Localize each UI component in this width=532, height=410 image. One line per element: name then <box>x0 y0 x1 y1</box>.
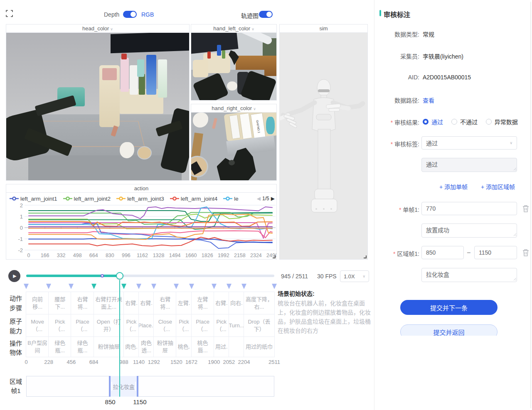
timeline-marker[interactable] <box>91 284 96 289</box>
timeline-marker[interactable] <box>136 284 141 289</box>
atomic-ability-cell[interactable]: Drop（丢下） <box>244 314 275 337</box>
region-end-input[interactable] <box>474 246 517 259</box>
timeline-marker[interactable] <box>212 284 217 289</box>
action-step-cell[interactable]: 左臂将... <box>191 292 214 314</box>
operated-object-cell[interactable]: 肉色. <box>123 336 139 357</box>
legend-item[interactable]: left_arm_joint1 <box>10 196 57 202</box>
action-step-cell[interactable]: 右臂将... <box>71 292 94 314</box>
head-color-header[interactable]: head_color∨ <box>6 25 189 33</box>
review-tag-select[interactable]: 通过∨ <box>421 136 517 150</box>
atomic-ability-cell[interactable]: Pick（... <box>123 314 139 337</box>
x-axis-tick-label: 1660 <box>185 253 197 258</box>
atomic-ability-cell[interactable]: Place（... <box>71 314 94 337</box>
radio-fail-label: 不通过 <box>460 118 478 126</box>
sim-viewport[interactable] <box>280 33 367 259</box>
trash-icon[interactable] <box>522 205 529 212</box>
timeline-marker[interactable] <box>174 284 179 289</box>
range-dash: – <box>467 249 470 255</box>
atomic-ability-cell[interactable]: Pick（... <box>176 314 192 337</box>
atomic-ability-cell[interactable]: Pick（... <box>214 314 229 337</box>
atomic-ability-cell[interactable]: Place（... <box>191 314 214 337</box>
segment-left-handle[interactable] <box>111 382 112 391</box>
bottle-teal <box>266 117 275 134</box>
atomic-ability-cell[interactable]: Move（... <box>26 314 49 337</box>
action-step-cell[interactable]: 腰部下... <box>48 292 71 314</box>
trajectory-toggle[interactable] <box>259 11 273 18</box>
action-step-cell[interactable]: 右臂. <box>214 292 229 314</box>
operated-object-cell[interactable]: 绿色瓶... <box>48 336 71 357</box>
timeline-marker[interactable] <box>69 284 74 289</box>
operated-object-cell[interactable]: B户型房间 <box>26 336 49 357</box>
operated-object-cell[interactable]: 粉饼抽屉 <box>153 336 177 357</box>
action-step-cell[interactable]: 向前移... <box>26 292 49 314</box>
submit-next-button[interactable]: 提交并下一条 <box>400 300 498 315</box>
operated-object-cell[interactable]: 用过的纸巾 <box>244 336 275 357</box>
region-start-input[interactable] <box>421 246 464 259</box>
operated-object-cell[interactable]: 桃色唇... <box>191 336 214 357</box>
frame-scale-label: 2511 <box>268 359 280 365</box>
atomic-ability-cell[interactable]: Turn... <box>229 314 244 337</box>
atomic-ability-cell[interactable]: Place.. <box>138 314 154 337</box>
timeline-marker[interactable] <box>24 284 29 289</box>
segment-right-handle[interactable] <box>135 382 136 391</box>
timeline-marker[interactable] <box>46 284 51 289</box>
scrollbar[interactable] <box>530 2 531 408</box>
action-step-cell[interactable]: 高度下降，右... <box>244 292 275 314</box>
fullscreen-icon[interactable] <box>6 10 13 17</box>
submit-return-button[interactable]: 提交并返回 <box>400 324 498 336</box>
play-button[interactable]: ▶ <box>8 270 20 282</box>
single-frame-dot[interactable] <box>101 274 104 277</box>
legend-next-button[interactable]: ▶ <box>271 196 275 201</box>
chevron-down-icon: ∨ <box>251 27 254 31</box>
timeline-marker[interactable] <box>227 284 232 289</box>
playback-slider[interactable] <box>26 275 274 277</box>
bottle-green <box>139 74 145 95</box>
legend-label: le <box>234 196 239 202</box>
action-step-cell[interactable]: 左臂. <box>176 292 192 314</box>
legend-item[interactable]: left_arm_joint2 <box>63 196 111 202</box>
action-step-cell[interactable]: 向右. <box>229 292 244 314</box>
resize-handle[interactable] <box>273 255 276 258</box>
region-segment[interactable]: 拉化妆盒 <box>109 376 138 397</box>
joint-trajectory-chart[interactable]: 210-1-2 <box>6 204 277 253</box>
hand-right-header[interactable]: hand_right_color∨ <box>191 104 276 113</box>
radio-fail[interactable]: 不通过 <box>451 118 478 126</box>
slider-handle[interactable] <box>116 272 123 280</box>
legend-item[interactable]: le <box>223 196 239 202</box>
action-step-cell[interactable]: 右臂. <box>123 292 139 314</box>
add-region-frame-link[interactable]: + 添加区域帧 <box>481 182 515 191</box>
legend-prev-button[interactable]: ◀ <box>257 196 261 201</box>
single-frame-input[interactable] <box>421 202 517 215</box>
data-path-view-link[interactable]: 查看 <box>423 96 434 104</box>
review-tag-note[interactable]: 通过 <box>421 158 517 172</box>
region-frame-note[interactable]: 拉化妆盒 <box>421 268 517 282</box>
operated-object-cell[interactable]: 桃色. <box>176 336 192 357</box>
timeline-marker[interactable] <box>151 284 156 289</box>
operated-object-cell[interactable]: 绿色瓶... <box>71 336 94 357</box>
timeline-marker[interactable] <box>189 284 194 289</box>
add-single-frame-link[interactable]: + 添加单帧 <box>439 182 468 191</box>
timeline-marker[interactable] <box>241 284 246 289</box>
trash-icon[interactable] <box>522 249 529 256</box>
radio-pass[interactable]: 通过 <box>423 118 443 126</box>
legend-item[interactable]: left_arm_joint4 <box>170 196 218 202</box>
operated-object-cell[interactable] <box>229 336 244 357</box>
x-axis-tick-label: 1328 <box>153 253 165 258</box>
operated-object-cell[interactable]: 肉色透... <box>138 336 154 357</box>
timeline-marker[interactable] <box>121 284 126 289</box>
speed-select[interactable]: 1.0X∨ <box>340 270 369 282</box>
legend-item[interactable]: left_arm_joint3 <box>116 196 164 202</box>
action-step-cell[interactable]: 右臂将... <box>153 292 177 314</box>
depth-rgb-toggle[interactable] <box>123 11 137 18</box>
action-step-cell[interactable]: 右臂. <box>138 292 154 314</box>
resize-handle[interactable] <box>364 255 367 258</box>
atomic-ability-cell[interactable]: Pick（... <box>48 314 71 337</box>
radio-abnormal[interactable]: 异常数据 <box>486 118 518 126</box>
timeline-marker[interactable] <box>272 284 277 289</box>
hand-left-header[interactable]: hand_left_color∨ <box>191 25 276 33</box>
atomic-ability-cell[interactable]: Close（... <box>153 314 177 337</box>
single-frame-note[interactable]: 放置成功 <box>421 223 517 238</box>
review-result-label: 审核结果: <box>378 118 419 126</box>
region-frame-track[interactable]: 拉化妆盒 <box>26 376 274 397</box>
operated-object-cell[interactable]: 用过. <box>214 336 229 357</box>
